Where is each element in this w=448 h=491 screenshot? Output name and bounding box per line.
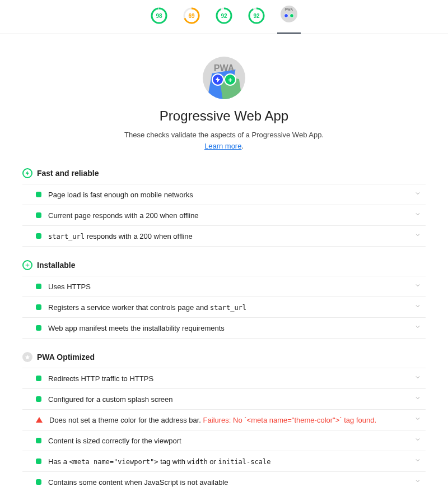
pwa-badge-icon: PWA + — [203, 57, 245, 99]
chevron-down-icon — [414, 190, 423, 199]
audit-title: Page load is fast enough on mobile netwo… — [48, 191, 408, 199]
audit-title: Web app manifest meets the installabilit… — [48, 324, 408, 332]
audit-title: Content is sized correctly for the viewp… — [48, 437, 408, 445]
pass-icon — [36, 325, 41, 331]
chevron-down-icon — [414, 323, 423, 332]
page-title: Progressive Web App — [22, 108, 426, 124]
chevron-down-icon — [414, 374, 423, 383]
section-installable: InstallableUses HTTPSRegisters a service… — [22, 257, 426, 339]
chevron-down-icon — [414, 478, 423, 487]
fail-icon — [36, 417, 43, 423]
chevron-down-icon — [414, 231, 423, 240]
subtitle-text: These checks validate the aspects of a P… — [124, 131, 324, 139]
score-gauge-2[interactable]: 92 — [216, 7, 232, 24]
audit-row[interactable]: Has a <meta name="viewport"> tag with wi… — [22, 451, 426, 471]
audit-title: Does not set a theme color for the addre… — [49, 416, 408, 424]
chevron-down-icon — [414, 303, 423, 312]
pass-icon — [36, 233, 41, 239]
chevron-down-icon — [414, 282, 423, 291]
audit-title: Current page responds with a 200 when of… — [48, 211, 408, 220]
score-gauge-1[interactable]: 69 — [183, 7, 200, 24]
pass-icon — [36, 304, 41, 310]
section-header: Installable — [22, 257, 426, 276]
audit-title: start_url responds with a 200 when offli… — [48, 232, 408, 240]
audit-row[interactable]: Contains some content when JavaScript is… — [22, 471, 426, 491]
section-title: PWA Optimized — [37, 353, 95, 362]
pass-icon — [36, 458, 41, 464]
audit-row[interactable]: Does not set a theme color for the addre… — [22, 409, 426, 430]
learn-more-link[interactable]: Learn more — [204, 142, 241, 150]
bolt-icon — [212, 73, 224, 86]
section-title: Installable — [37, 261, 75, 270]
pass-icon — [36, 192, 41, 197]
chevron-down-icon — [414, 457, 423, 466]
pwa-tab-label: PWA — [284, 8, 293, 11]
section-title: Fast and reliable — [37, 169, 99, 178]
chevron-down-icon — [414, 415, 423, 424]
section-fast: Fast and reliablePage load is fast enoug… — [22, 165, 426, 247]
chevron-down-icon — [414, 436, 423, 445]
audit-title: Contains some content when JavaScript is… — [48, 478, 408, 487]
audit-title: Configured for a custom splash screen — [48, 395, 408, 404]
audit-row[interactable]: Redirects HTTP traffic to HTTPS — [22, 368, 426, 388]
audit-row[interactable]: Current page responds with a 200 when of… — [22, 205, 426, 225]
audit-title: Registers a service worker that controls… — [48, 303, 408, 312]
pwa-tab[interactable]: PWA — [281, 6, 297, 22]
pass-icon — [36, 212, 41, 218]
chevron-down-icon — [414, 211, 423, 220]
pass-icon — [36, 438, 41, 443]
audit-row[interactable]: Uses HTTPS — [22, 276, 426, 297]
chevron-down-icon — [414, 395, 423, 404]
section-header: Fast and reliable — [22, 165, 426, 184]
audit-row[interactable]: Registers a service worker that controls… — [22, 297, 426, 317]
pass-icon — [36, 396, 41, 402]
plus-icon — [22, 260, 32, 270]
audit-row[interactable]: Web app manifest meets the installabilit… — [22, 317, 426, 339]
svg-point-5 — [217, 8, 231, 23]
audit-row[interactable]: Page load is fast enough on mobile netwo… — [22, 184, 426, 205]
star-grey-icon — [22, 352, 32, 362]
page-subtitle: These checks validate the aspects of a P… — [123, 129, 325, 151]
audit-row[interactable]: Content is sized correctly for the viewp… — [22, 430, 426, 451]
audit-row[interactable]: start_url responds with a 200 when offli… — [22, 225, 426, 247]
plus-icon: + — [224, 73, 236, 86]
pass-icon — [36, 376, 41, 381]
score-tabs: 98699292PWA — [0, 0, 448, 34]
audit-title: Has a <meta name="viewport"> tag with wi… — [48, 457, 408, 466]
pass-icon — [36, 479, 41, 485]
category-header: PWA + Progressive Web App These checks v… — [22, 57, 426, 151]
score-gauge-3[interactable]: 92 — [248, 7, 265, 24]
audit-title: Redirects HTTP traffic to HTTPS — [48, 374, 408, 383]
pass-icon — [36, 284, 41, 289]
bolt-icon — [22, 168, 32, 178]
svg-point-7 — [249, 8, 264, 23]
main-content: PWA + Progressive Web App These checks v… — [22, 34, 426, 491]
section-optimized: PWA OptimizedRedirects HTTP traffic to H… — [22, 349, 426, 491]
audit-title: Uses HTTPS — [48, 282, 408, 291]
audit-row[interactable]: Configured for a custom splash screen — [22, 388, 426, 409]
svg-point-1 — [152, 8, 166, 23]
section-header: PWA Optimized — [22, 349, 426, 368]
score-gauge-0[interactable]: 98 — [151, 7, 167, 24]
pwa-badge-label: PWA — [203, 63, 245, 73]
